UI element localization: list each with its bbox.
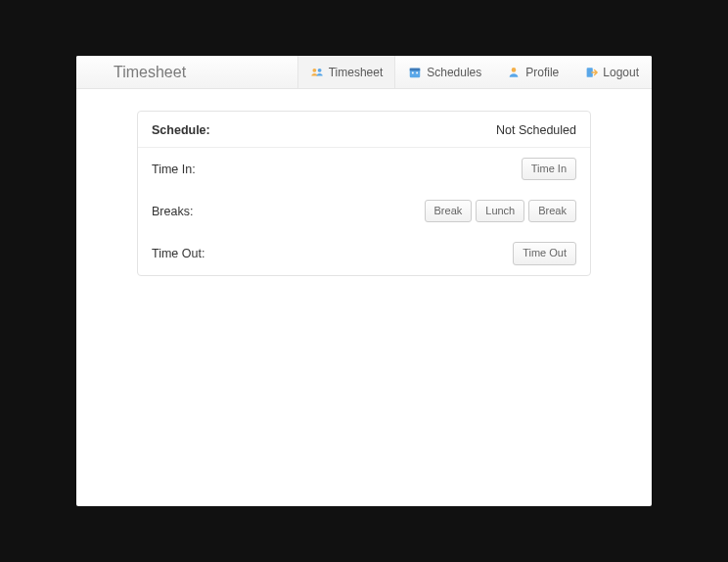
- top-bar: Timesheet Timesheet Schedules Profile: [76, 56, 652, 89]
- time-out-label: Time Out:: [152, 247, 205, 260]
- content-area: Schedule: Not Scheduled Time In: Time In…: [76, 89, 652, 276]
- time-in-button[interactable]: Time In: [522, 158, 576, 180]
- schedule-label: Schedule:: [152, 123, 210, 137]
- main-nav: Timesheet Schedules Profile Logout: [297, 56, 652, 88]
- svg-rect-3: [410, 68, 421, 70]
- timesheet-panel: Schedule: Not Scheduled Time In: Time In…: [137, 111, 591, 276]
- nav-schedules-label: Schedules: [427, 66, 481, 79]
- app-window: Timesheet Timesheet Schedules Profile: [76, 56, 652, 506]
- svg-rect-5: [417, 71, 419, 73]
- group-people-icon: [310, 66, 324, 79]
- break-button-1[interactable]: Break: [425, 200, 473, 222]
- row-breaks: Breaks: Break Lunch Break: [138, 190, 590, 232]
- svg-point-6: [512, 68, 517, 72]
- time-out-button[interactable]: Time Out: [513, 242, 576, 264]
- breaks-label: Breaks:: [152, 205, 193, 218]
- schedule-value: Not Scheduled: [496, 123, 576, 137]
- svg-rect-4: [412, 71, 414, 73]
- brand-title: Timesheet: [114, 64, 297, 81]
- time-in-label: Time In:: [152, 163, 196, 176]
- logout-door-icon: [584, 66, 598, 79]
- row-time-out: Time Out: Time Out: [138, 232, 590, 274]
- nav-timesheet-label: Timesheet: [329, 66, 384, 79]
- nav-schedules[interactable]: Schedules: [395, 56, 494, 88]
- lunch-button[interactable]: Lunch: [476, 200, 524, 222]
- nav-timesheet[interactable]: Timesheet: [297, 56, 396, 88]
- row-time-in: Time In: Time In: [138, 148, 590, 190]
- schedule-header: Schedule: Not Scheduled: [138, 112, 590, 148]
- nav-logout-label: Logout: [603, 66, 639, 79]
- nav-profile-label: Profile: [525, 66, 559, 79]
- svg-point-0: [312, 68, 316, 71]
- calendar-icon: [408, 66, 422, 79]
- nav-logout[interactable]: Logout: [571, 56, 652, 88]
- break-button-2[interactable]: Break: [528, 200, 576, 222]
- svg-point-1: [317, 68, 321, 71]
- nav-profile[interactable]: Profile: [494, 56, 571, 88]
- person-icon: [507, 66, 521, 79]
